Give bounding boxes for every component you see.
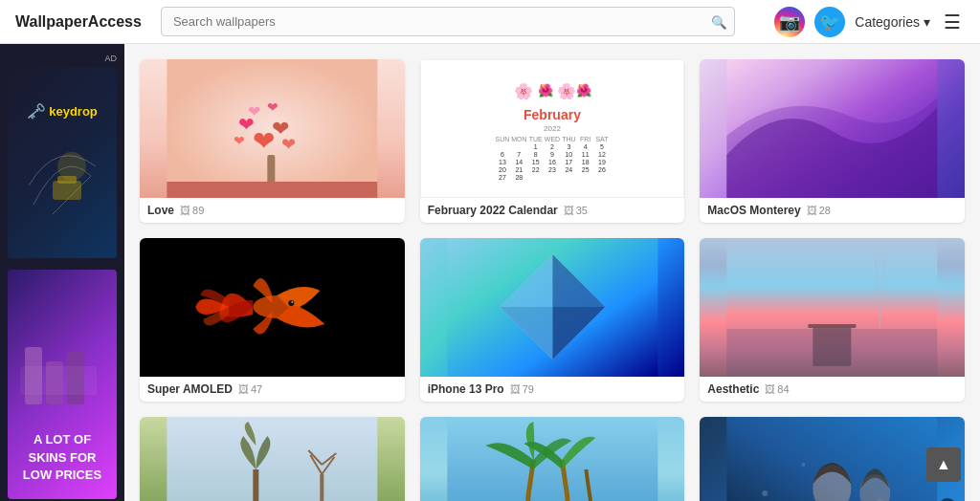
list-item[interactable]: Aesthetic 🖼 84 <box>700 238 965 402</box>
list-item[interactable] <box>140 417 405 501</box>
list-item[interactable]: ✕ <box>700 417 965 501</box>
svg-point-42 <box>802 463 806 467</box>
svg-rect-35 <box>167 417 377 501</box>
categories-label: Categories <box>855 14 920 30</box>
anime-art <box>700 417 965 501</box>
svg-rect-34 <box>727 329 938 377</box>
search-container: 🔍 <box>161 7 735 36</box>
image-icon: 🖼 <box>238 383 249 395</box>
calendar-flowers: 🌸 🌺 🌸 🌺 <box>504 77 600 103</box>
hamburger-button[interactable]: ☰ <box>940 7 965 37</box>
main-content: ❤ ❤ ❤ ❤ ❤ ❤ ❤ Love 🖼 89 <box>124 44 980 501</box>
iphone-art <box>420 238 685 377</box>
chevron-down-icon: ▾ <box>924 14 930 30</box>
item-count: 🖼 89 <box>180 205 204 216</box>
item-count: 🖼 28 <box>807 205 831 216</box>
svg-rect-6 <box>20 366 97 395</box>
search-icon: 🔍 <box>711 14 727 29</box>
item-label-amoled: Super AMOLED 🖼 47 <box>140 377 405 402</box>
svg-rect-38 <box>320 474 323 501</box>
macos-art <box>700 59 965 198</box>
svg-text:🌸: 🌸 <box>514 82 533 100</box>
thumbnail-iphone <box>420 238 685 377</box>
item-title: MacOS Monterey <box>707 204 800 217</box>
image-icon: 🖼 <box>180 205 190 216</box>
svg-text:❤: ❤ <box>234 133 245 148</box>
item-title: February 2022 Calendar <box>428 204 558 217</box>
svg-text:❤: ❤ <box>267 99 278 115</box>
item-title: iPhone 13 Pro <box>428 382 504 396</box>
instagram-button[interactable]: 📷 <box>774 7 805 37</box>
twitter-icon: 🐦 <box>819 11 840 33</box>
item-label-macos: MacOS Monterey 🖼 28 <box>700 198 965 223</box>
svg-text:🌺: 🌺 <box>538 82 554 98</box>
amoled-art <box>140 238 405 377</box>
list-item[interactable]: ❤ ❤ ❤ ❤ ❤ ❤ ❤ Love 🖼 89 <box>140 59 405 223</box>
image-icon: 🖼 <box>807 205 817 216</box>
page-body: AD 🗝️ keydrop A LOT OF SKINS FOR <box>0 44 980 501</box>
keydrop-logo: 🗝️ keydrop <box>27 102 98 120</box>
list-item[interactable]: MacOS Monterey 🖼 28 <box>700 59 965 223</box>
thumbnail-love: ❤ ❤ ❤ ❤ ❤ ❤ ❤ <box>140 59 405 198</box>
svg-text:❤: ❤ <box>248 103 260 120</box>
scroll-to-top-button[interactable]: ▲ <box>926 447 961 482</box>
item-title: Aesthetic <box>707 382 759 396</box>
ad-bottom-text: A LOT OF SKINS FOR LOW PRICES <box>15 431 109 484</box>
svg-rect-28 <box>809 324 857 328</box>
svg-point-25 <box>291 301 293 303</box>
svg-point-24 <box>288 300 294 306</box>
image-icon: 🖼 <box>564 205 574 216</box>
item-label-iphone: iPhone 13 Pro 🖼 79 <box>420 377 685 402</box>
instagram-icon: 📷 <box>779 11 800 33</box>
item-count: 🖼 84 <box>765 383 789 395</box>
key-icon: 🗝️ <box>27 102 46 120</box>
item-label-aesthetic: Aesthetic 🖼 84 <box>700 377 965 402</box>
palm-art <box>420 417 685 501</box>
svg-text:🌸: 🌸 <box>557 82 576 100</box>
ad-decoration <box>24 128 100 224</box>
thumbnail-amoled <box>140 238 405 377</box>
svg-text:🌺: 🌺 <box>576 82 592 98</box>
item-count: 🖼 79 <box>510 383 534 395</box>
love-art: ❤ ❤ ❤ ❤ ❤ ❤ ❤ <box>140 59 405 198</box>
thumbnail-aesthetic <box>700 238 965 377</box>
list-item[interactable]: iPhone 13 Pro 🖼 79 <box>420 238 685 402</box>
thumbnail-palm <box>420 417 685 501</box>
ad-label: AD <box>104 54 117 63</box>
ad-keydrop[interactable]: 🗝️ keydrop <box>8 67 117 258</box>
thumbnail-calendar: 🌸 🌺 🌸 🌺 February 2022 SUNMONTUEWEDTHUFRI… <box>420 59 685 198</box>
item-count: 🖼 47 <box>238 383 262 395</box>
calendar-year: 2022 <box>544 124 561 133</box>
nature-art <box>140 417 405 501</box>
calendar-month: February <box>523 107 581 122</box>
search-input[interactable] <box>161 7 735 36</box>
sidebar-ad: AD 🗝️ keydrop A LOT OF SKINS FOR <box>0 44 124 501</box>
item-count: 🖼 35 <box>564 205 588 216</box>
thumbnail-anime <box>700 417 965 501</box>
aesthetic-art <box>700 238 965 377</box>
image-icon: 🖼 <box>765 383 775 395</box>
calendar-grid: SUNMONTUEWEDTHUFRISAT 12345 6789101112 1… <box>495 136 610 181</box>
categories-button[interactable]: Categories ▾ <box>855 14 930 30</box>
item-title: Love <box>147 204 174 217</box>
ad-bottom-banner[interactable]: A LOT OF SKINS FOR LOW PRICES <box>8 270 117 499</box>
hamburger-icon: ☰ <box>944 11 961 33</box>
list-item[interactable]: 🌸 🌺 🌸 🌺 February 2022 SUNMONTUEWEDTHUFRI… <box>420 59 685 223</box>
site-logo: WallpaperAccess <box>15 13 142 31</box>
header: WallpaperAccess 🔍 📷 🐦 Categories ▾ ☰ <box>0 0 980 44</box>
ad-bottom-art <box>15 347 101 424</box>
list-item[interactable] <box>420 417 685 501</box>
item-label-calendar: February 2022 Calendar 🖼 35 <box>420 198 685 223</box>
wallpaper-grid: ❤ ❤ ❤ ❤ ❤ ❤ ❤ Love 🖼 89 <box>140 59 965 501</box>
svg-point-41 <box>763 490 768 496</box>
thumbnail-nature <box>140 417 405 501</box>
svg-rect-2 <box>57 176 77 184</box>
arrow-up-icon: ▲ <box>936 456 951 473</box>
list-item[interactable]: Super AMOLED 🖼 47 <box>140 238 405 402</box>
thumbnail-macos <box>700 59 965 198</box>
svg-rect-16 <box>167 182 377 198</box>
twitter-button[interactable]: 🐦 <box>814 7 845 37</box>
search-button[interactable]: 🔍 <box>711 14 727 29</box>
item-label-love: Love 🖼 89 <box>140 198 405 223</box>
header-right: 📷 🐦 Categories ▾ ☰ <box>774 7 965 37</box>
